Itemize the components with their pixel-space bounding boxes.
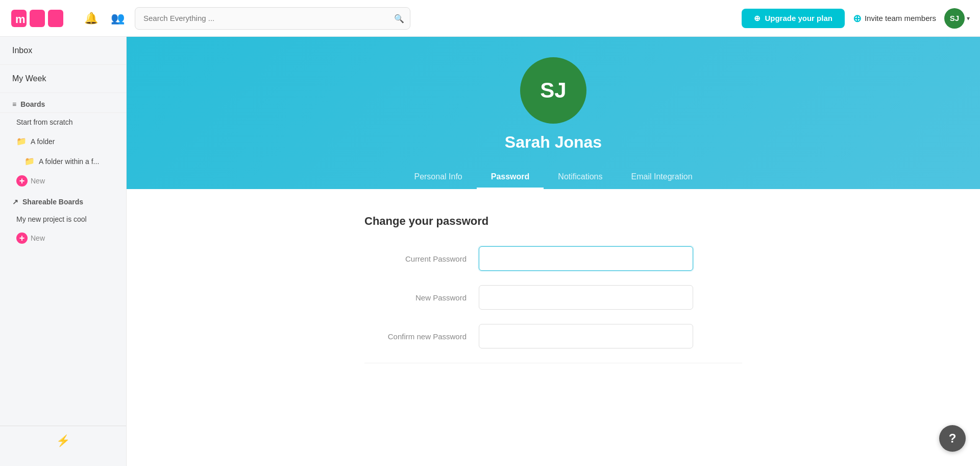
bell-button[interactable]: 🔔: [82, 9, 100, 28]
tab-personal-info[interactable]: Personal Info: [400, 166, 476, 189]
new-shareable-plus-icon: +: [16, 232, 28, 244]
sidebar: Inbox My Week ≡ Boards Start from scratc…: [0, 37, 127, 466]
section-title: Change your password: [364, 215, 742, 228]
people-button[interactable]: 👥: [108, 9, 127, 28]
logo: m: [10, 6, 71, 31]
new-password-input[interactable]: [479, 285, 693, 310]
project-label: My new project is cool: [16, 215, 87, 223]
tab-password[interactable]: Password: [477, 166, 544, 189]
new-shareable-button[interactable]: + New: [0, 228, 126, 248]
shareable-label: Shareable Boards: [22, 198, 83, 206]
main-layout: Inbox My Week ≡ Boards Start from scratc…: [0, 37, 980, 466]
confirm-password-label: Confirm new Password: [364, 332, 467, 341]
profile-avatar: SJ: [520, 57, 586, 124]
chevron-down-icon: ▾: [967, 15, 970, 22]
new-board-button[interactable]: + New: [0, 171, 126, 191]
confirm-password-input[interactable]: [479, 324, 693, 348]
upgrade-button[interactable]: ⊕ Upgrade your plan: [742, 9, 845, 28]
current-password-label: Current Password: [364, 254, 467, 263]
folder-a-icon: 📁: [16, 136, 27, 146]
form-divider: [364, 363, 742, 363]
profile-tabs: Personal Info Password Notifications Ema…: [400, 166, 706, 189]
new-password-row: New Password: [364, 285, 742, 310]
folder-b-label: A folder within a f...: [39, 157, 99, 166]
new-password-label: New Password: [364, 293, 467, 302]
current-password-row: Current Password: [364, 246, 742, 271]
tab-notifications[interactable]: Notifications: [544, 166, 617, 189]
scratch-label: Start from scratch: [16, 118, 72, 126]
bolt-icon[interactable]: ⚡: [56, 434, 70, 448]
boards-icon: ≡: [12, 100, 16, 108]
bell-icon: 🔔: [84, 12, 98, 25]
svg-rect-2: [48, 10, 63, 27]
search-input[interactable]: [135, 7, 410, 30]
sidebar-item-inbox[interactable]: Inbox: [0, 37, 126, 65]
sidebar-item-scratch[interactable]: Start from scratch: [0, 113, 126, 131]
sidebar-boards-header[interactable]: ≡ Boards: [0, 93, 126, 113]
folder-a-label: A folder: [31, 137, 55, 146]
new-board-label: New: [31, 177, 45, 185]
new-plus-icon: +: [16, 175, 28, 187]
help-icon: ?: [949, 431, 957, 446]
profile-name: Sarah Jonas: [505, 133, 602, 152]
new-shareable-label: New: [31, 234, 45, 242]
confirm-password-row: Confirm new Password: [364, 324, 742, 348]
avatar-button[interactable]: SJ ▾: [944, 8, 970, 29]
search-bar: 🔍: [135, 7, 410, 30]
nav-icons: 🔔 👥: [82, 9, 127, 28]
sidebar-item-project[interactable]: My new project is cool: [0, 210, 126, 228]
upgrade-label: Upgrade your plan: [765, 14, 832, 22]
sidebar-item-myweek[interactable]: My Week: [0, 65, 126, 93]
sidebar-item-folder-b[interactable]: 📁 A folder within a f...: [0, 151, 126, 171]
help-button[interactable]: ?: [939, 425, 966, 452]
upgrade-icon: ⊕: [754, 14, 761, 23]
people-icon: 👥: [111, 12, 125, 25]
topnav: m 🔔 👥 🔍 ⊕ Upgrade your plan ⊕ Invite tea…: [0, 0, 980, 37]
nav-right: ⊕ Upgrade your plan ⊕ Invite team member…: [742, 8, 970, 29]
folder-b-icon: 📁: [24, 156, 35, 166]
shareable-icon: ↗: [12, 198, 18, 206]
search-icon: 🔍: [394, 13, 404, 23]
svg-rect-1: [30, 10, 45, 27]
content-area: SJ Sarah Jonas Personal Info Password No…: [127, 37, 980, 466]
sidebar-shareable-header: ↗ Shareable Boards: [0, 191, 126, 210]
invite-button[interactable]: ⊕ Invite team members: [853, 12, 936, 25]
invite-plus-icon: ⊕: [853, 12, 862, 25]
current-password-input[interactable]: [479, 246, 693, 271]
profile-banner: SJ Sarah Jonas Personal Info Password No…: [127, 37, 980, 189]
boards-label: Boards: [20, 100, 45, 108]
invite-label: Invite team members: [865, 14, 936, 22]
svg-text:m: m: [15, 13, 26, 26]
tab-email-integration[interactable]: Email Integration: [617, 166, 706, 189]
myweek-label: My Week: [12, 74, 46, 83]
inbox-label: Inbox: [12, 46, 32, 55]
avatar: SJ: [944, 8, 965, 29]
sidebar-item-folder-a[interactable]: 📁 A folder: [0, 131, 126, 151]
password-section: Change your password Current Password Ne…: [324, 189, 783, 389]
